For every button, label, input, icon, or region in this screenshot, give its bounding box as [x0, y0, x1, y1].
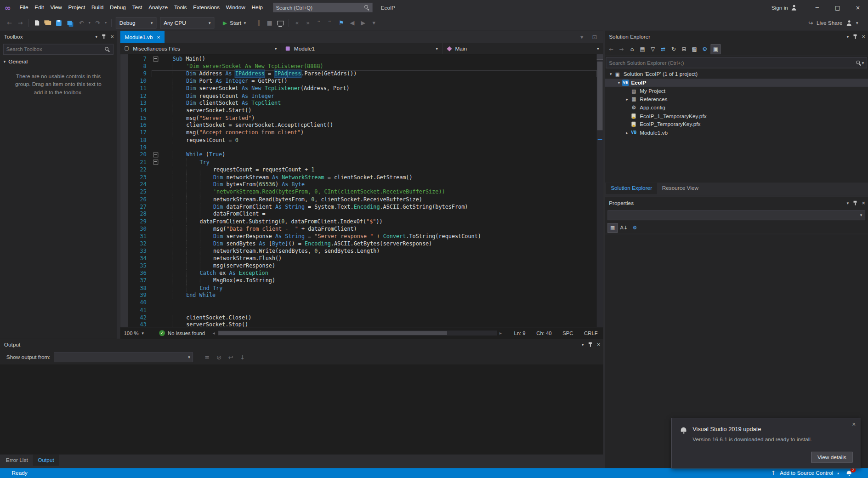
fold-toggle-icon[interactable] [153, 153, 158, 158]
scroll-left-icon[interactable]: ◂ [211, 330, 216, 336]
code-line[interactable]: 33networkStream.Write(sendBytes, 0, send… [120, 247, 597, 255]
line-number[interactable]: 11 [128, 85, 151, 92]
code-line[interactable]: 41 [120, 307, 597, 314]
tab-module1-vb[interactable]: Module1.vb × [120, 31, 165, 43]
preview-icon[interactable] [275, 18, 285, 28]
code-editor[interactable]: 7Sub Main()8'Dim serverSocket As New Tcp… [120, 54, 603, 327]
add-to-source-control-button[interactable]: Add to Source Control [780, 470, 833, 476]
live-share-button[interactable]: Live Share [817, 20, 842, 26]
tab-solution-explorer[interactable]: Solution Explorer [606, 182, 657, 194]
line-number[interactable]: 26 [128, 196, 151, 203]
clear-all-icon[interactable]: ⊘ [214, 352, 224, 362]
code-line[interactable]: 14serverSocket.Start() [120, 107, 597, 114]
member-dropdown[interactable]: Main ▾ [442, 43, 603, 54]
save-icon[interactable] [54, 18, 64, 28]
window-menu-icon[interactable]: ▾ [95, 34, 97, 39]
line-number[interactable]: 35 [128, 262, 151, 269]
properties-icon[interactable]: ⚙ [700, 45, 709, 54]
code-line[interactable]: 39End While [120, 292, 597, 299]
tab-close-icon[interactable]: × [157, 34, 160, 40]
window-menu-icon[interactable]: ▾ [582, 342, 584, 347]
zoom-control[interactable]: 100 % ▾ [124, 330, 153, 336]
autoscroll-icon[interactable]: ↓ [238, 352, 248, 362]
tree-item-ecoip[interactable]: ▾EcoIP [605, 79, 868, 87]
open-file-icon[interactable] [43, 18, 53, 28]
code-line[interactable]: 18requestCount = 0 [120, 137, 597, 144]
menu-extensions[interactable]: Extensions [190, 0, 223, 15]
line-number[interactable]: 28 [128, 211, 151, 218]
code-line[interactable]: 31Dim serverResponse As String = "Server… [120, 233, 597, 240]
expander-icon[interactable]: ▾ [607, 72, 614, 77]
feedback-icon[interactable] [846, 20, 852, 26]
close-icon[interactable]: × [110, 34, 113, 40]
redo-icon[interactable]: ↷ [93, 18, 103, 28]
line-number[interactable]: 41 [128, 307, 151, 314]
type-dropdown[interactable]: Module1 ▾ [281, 43, 442, 54]
split-gripper[interactable] [597, 54, 603, 60]
chevron-up-icon[interactable]: ▴ [837, 471, 839, 475]
scrollbar-thumb[interactable] [218, 331, 447, 335]
issues-indicator[interactable]: ✓ No issues found [159, 330, 205, 336]
tree-item-references[interactable]: ▸References [605, 95, 868, 103]
comment-icon[interactable]: “ [314, 18, 324, 28]
toolbar-overflow-icon[interactable]: ▾ [856, 21, 858, 25]
code-line[interactable]: 15msg("Server Started") [120, 114, 597, 122]
menu-file[interactable]: File [17, 0, 32, 15]
line-number[interactable]: 18 [128, 137, 151, 144]
toolbox-section-general[interactable]: ▾ General [0, 55, 117, 67]
tree-item-app-config[interactable]: App.config [605, 103, 868, 112]
close-icon[interactable]: × [862, 200, 865, 206]
line-number[interactable]: 27 [128, 203, 151, 211]
line-number[interactable]: 20 [128, 151, 151, 159]
solution-configurations-dropdown[interactable]: Debug ▾ [116, 17, 157, 28]
line-number[interactable]: 29 [128, 218, 151, 225]
tab-output[interactable]: Output [33, 455, 59, 466]
code-line[interactable]: 24Dim bytesFrom(65536) As Byte [120, 181, 597, 188]
line-number[interactable]: 31 [128, 233, 151, 240]
line-indicator[interactable]: Ln: 9 [514, 330, 525, 336]
line-number[interactable]: 36 [128, 269, 151, 277]
code-line[interactable]: 12Dim requestCount As Integer [120, 92, 597, 99]
line-number[interactable]: 40 [128, 299, 151, 307]
minimize-button[interactable]: ─ [807, 0, 827, 15]
redo-chevron-icon[interactable]: ▾ [103, 18, 108, 28]
tab-resource-view[interactable]: Resource View [657, 182, 703, 194]
output-content[interactable] [0, 364, 603, 455]
menu-help[interactable]: Help [249, 0, 266, 15]
line-number[interactable]: 38 [128, 285, 151, 292]
menu-test[interactable]: Test [129, 0, 145, 15]
line-number[interactable]: 15 [128, 114, 151, 122]
toolbox-search-input[interactable]: Search Toolbox [3, 44, 113, 55]
preview-selected-items-icon[interactable]: ▣ [711, 44, 721, 54]
word-wrap-icon[interactable]: ↩ [226, 352, 236, 362]
code-line[interactable]: 29dataFromClient.Substring(0, dataFromCl… [120, 218, 597, 225]
scroll-right-icon[interactable]: ▸ [498, 330, 503, 336]
menu-build[interactable]: Build [88, 0, 107, 15]
code-line[interactable]: 13Dim clientSocket As TcpClient [120, 100, 597, 107]
show-output-from-dropdown[interactable]: ▾ [54, 352, 193, 362]
pin-icon[interactable] [102, 34, 107, 40]
categorized-icon[interactable]: ▦ [607, 223, 618, 233]
indent-decrease-icon[interactable]: « [292, 18, 302, 28]
code-line[interactable]: 38End Try [120, 285, 597, 292]
tab-error-list[interactable]: Error List [1, 455, 33, 466]
undo-icon[interactable]: ↶ [76, 18, 86, 28]
line-number[interactable]: 9 [128, 70, 151, 77]
property-pages-icon[interactable]: ⚙ [630, 223, 639, 233]
line-number[interactable]: 43 [128, 321, 151, 327]
code-line[interactable]: 43serverSocket.Stop() [120, 321, 597, 327]
close-icon[interactable]: × [597, 342, 600, 347]
code-line[interactable]: 21Try [120, 159, 597, 166]
previous-bookmark-icon[interactable]: ◀ [347, 18, 357, 28]
expander-icon[interactable]: ▸ [624, 97, 630, 102]
navigate-forward-icon[interactable]: → [15, 18, 25, 28]
undo-chevron-icon[interactable]: ▾ [87, 18, 92, 28]
show-all-files-icon[interactable]: ▩ [690, 45, 699, 54]
collapse-all-icon[interactable]: ⊟ [680, 45, 689, 54]
active-files-icon[interactable]: ▾ [577, 32, 587, 42]
stop-icon[interactable]: ■ [265, 18, 275, 28]
window-menu-icon[interactable]: ▾ [847, 201, 849, 205]
code-line[interactable]: 36Catch ex As Exception [120, 269, 597, 277]
quick-search-box[interactable]: Search (Ctrl+Q) [273, 3, 372, 12]
code-line[interactable]: 37MsgBox(ex.ToString) [120, 277, 597, 284]
